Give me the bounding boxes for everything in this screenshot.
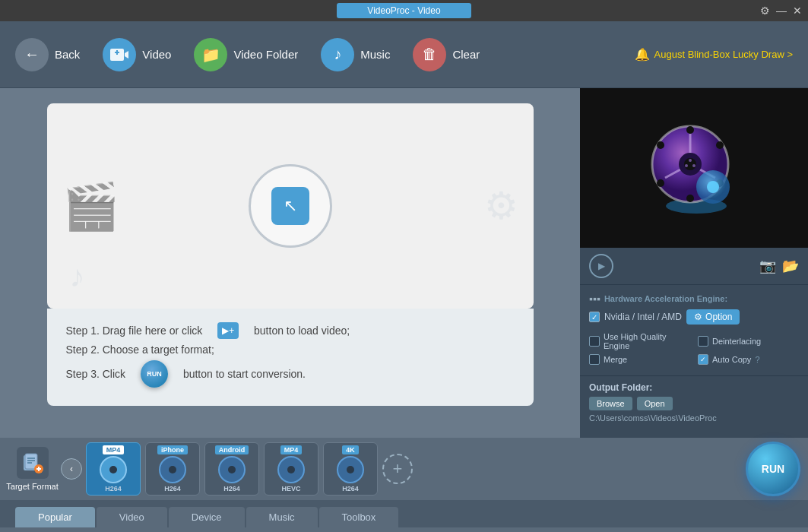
format-card-4k-h264[interactable]: 4K H264 <box>323 442 378 496</box>
app-title: VideoProc - Video <box>337 3 471 18</box>
window-controls[interactable]: ⚙ — ✕ <box>760 5 802 17</box>
clear-label: Clear <box>452 48 480 61</box>
format-disc-5 <box>337 456 364 483</box>
hw-title-text: Hardware Acceleration Engine: <box>604 294 727 303</box>
back-button[interactable]: ← Back <box>15 38 80 71</box>
tab-device[interactable]: Device <box>169 507 245 527</box>
folder-label: Video Folder <box>233 48 298 61</box>
tab-music-label: Music <box>269 511 295 523</box>
music-icon: ♪ <box>321 38 354 71</box>
film-icon-left: 🎬 <box>62 179 119 233</box>
format-disc-4 <box>277 456 305 483</box>
svg-point-18 <box>689 159 692 162</box>
instructions-panel: Step 1. Drag file here or click ▶+ butto… <box>47 309 534 406</box>
open-folder-button[interactable]: 📂 <box>782 258 799 274</box>
nvidia-checkbox[interactable]: ✓ <box>589 312 600 322</box>
load-video-icon: ▶+ <box>217 322 239 339</box>
toolbar: ← Back Video 📁 Video Folder ♪ Music 🗑 Cl… <box>0 21 808 88</box>
step1-text: Step 1. Drag file here or click ▶+ butto… <box>66 322 515 339</box>
upload-arrow-icon: ↖ <box>271 187 309 225</box>
format-disc-1 <box>100 456 127 483</box>
music-note-icon: ♪ <box>70 259 85 293</box>
format-sub-h264-3: H264 <box>223 485 240 492</box>
svg-point-12 <box>657 141 664 149</box>
add-music-button[interactable]: ♪ Music <box>321 38 390 71</box>
hardware-section: ▪▪▪ Hardware Acceleration Engine: ✓ Nvid… <box>580 285 808 375</box>
add-video-button[interactable]: Video <box>103 38 171 71</box>
format-card-iphone-h264[interactable]: iPhone H264 <box>145 442 200 496</box>
format-card-mp4-hevc[interactable]: MP4 HEVC <box>264 442 318 496</box>
clear-icon: 🗑 <box>413 38 446 71</box>
svg-marker-1 <box>125 51 128 59</box>
tab-video[interactable]: Video <box>97 507 167 527</box>
tab-music[interactable]: Music <box>246 507 318 527</box>
svg-point-19 <box>685 164 688 167</box>
svg-point-22 <box>707 181 719 193</box>
format-cards-container: MP4 H264 iPhone H264 Android H264 MP4 HE… <box>86 442 775 496</box>
merge-checkbox[interactable] <box>589 354 600 365</box>
tab-toolbox-label: Toolbox <box>342 511 376 523</box>
run-label: RUN <box>762 463 784 475</box>
minimize-icon[interactable]: — <box>776 5 787 17</box>
back-label: Back <box>55 48 80 61</box>
run-button[interactable]: RUN <box>746 442 800 496</box>
play-button[interactable]: ▶ <box>589 254 613 278</box>
run-mini-icon: RUN <box>141 360 168 388</box>
snapshot-button[interactable]: 📷 <box>759 258 776 274</box>
svg-point-7 <box>686 126 694 134</box>
tab-popular[interactable]: Popular <box>15 507 95 527</box>
output-section: Output Folder: Browse Open C:\Users\coms… <box>580 375 808 429</box>
settings-icon[interactable]: ⚙ <box>760 5 770 17</box>
nvidia-label: Nvidia / Intel / AMD <box>604 312 682 322</box>
format-card-mp4-h264[interactable]: MP4 H264 <box>86 442 141 496</box>
add-format-button[interactable]: + <box>382 454 413 484</box>
gear-icon-right: ⚙ <box>484 184 518 228</box>
video-folder-button[interactable]: 📁 Video Folder <box>194 38 298 71</box>
format-badge-android: Android <box>215 445 249 454</box>
deinterlacing-checkbox[interactable] <box>698 336 708 347</box>
format-badge-mp4: MP4 <box>103 445 125 454</box>
options-grid: Use High Quality Engine Deinterlacing Me… <box>589 329 799 368</box>
target-format-label: Target Format <box>6 482 59 491</box>
close-icon[interactable]: ✕ <box>793 5 802 17</box>
left-panel: 🎬 ⚙ ♪ ↖ Step 1. Drag file here or click … <box>0 88 580 438</box>
format-sub-h264-2: H264 <box>164 485 181 492</box>
format-sub-hevc: HEVC <box>281 485 300 492</box>
high-quality-checkbox[interactable] <box>589 336 600 347</box>
format-card-android-h264[interactable]: Android H264 <box>204 442 259 496</box>
bell-icon: 🔔 <box>635 47 650 62</box>
music-label: Music <box>360 48 390 61</box>
auto-copy-checkbox[interactable]: ✓ <box>698 354 708 365</box>
format-sub-h264-5: H264 <box>342 485 359 492</box>
format-disc-2 <box>159 456 186 483</box>
tab-toolbox[interactable]: Toolbox <box>319 507 399 527</box>
prev-format-button[interactable]: ‹ <box>61 458 82 480</box>
format-badge-mp4-hevc: MP4 <box>280 445 303 454</box>
svg-point-11 <box>657 179 664 187</box>
open-button[interactable]: Open <box>637 397 673 410</box>
step2-text: Step 2. Choose a target format; <box>66 344 515 356</box>
format-badge-4k: 4K <box>342 445 359 454</box>
upload-circle[interactable]: ↖ <box>249 164 332 248</box>
svg-point-8 <box>716 141 724 149</box>
merge-item: Merge <box>589 354 690 365</box>
target-format-icon <box>17 447 49 479</box>
output-path: C:\Users\comss\Videos\VideoProc <box>589 413 799 423</box>
title-bar: VideoProc - Video ⚙ — ✕ <box>0 0 808 21</box>
output-buttons: Browse Open <box>589 397 799 410</box>
step3-text: Step 3. Click RUN button to start conver… <box>66 360 515 388</box>
auto-copy-label: Auto Copy <box>712 355 751 364</box>
clear-button[interactable]: 🗑 Clear <box>413 38 480 71</box>
browse-button[interactable]: Browse <box>589 397 632 410</box>
notification-banner[interactable]: 🔔 August Blind-Box Lucky Draw > <box>635 47 793 62</box>
drop-zone[interactable]: 🎬 ⚙ ♪ ↖ <box>47 103 534 309</box>
output-title: Output Folder: <box>589 382 799 393</box>
format-badge-iphone: iPhone <box>157 445 188 454</box>
preview-area <box>580 88 808 248</box>
film-reel-graphic <box>645 119 743 217</box>
nvidia-row: ✓ Nvidia / Intel / AMD ⚙ Option <box>589 309 799 325</box>
tabs-bar: Popular Video Device Music Toolbox <box>0 500 808 527</box>
tab-device-label: Device <box>192 511 222 523</box>
help-icon[interactable]: ? <box>755 355 759 364</box>
option-button[interactable]: ⚙ Option <box>686 309 740 325</box>
